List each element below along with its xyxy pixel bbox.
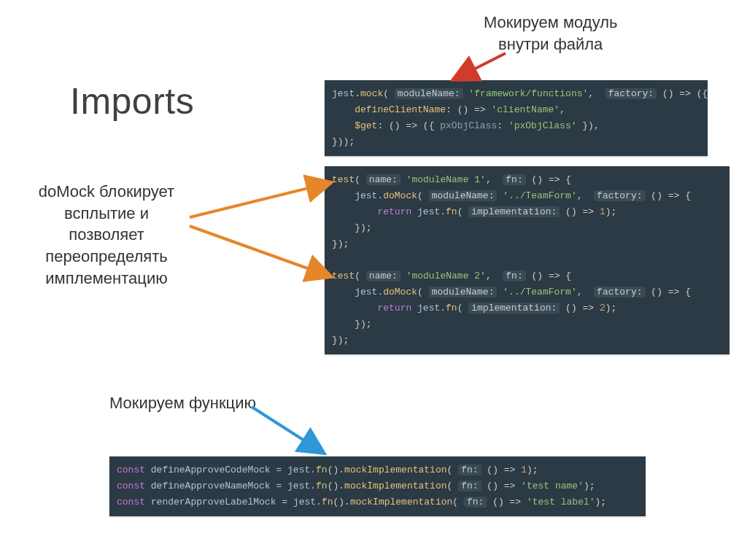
code-token: () => bbox=[560, 303, 600, 314]
code-token: mockImplementation bbox=[344, 464, 446, 475]
code-token: jest. bbox=[332, 287, 383, 298]
code-token: ); bbox=[595, 497, 607, 508]
code-token: (). bbox=[328, 481, 344, 491]
code-token: 'test name' bbox=[521, 481, 584, 491]
code-block-1: jest.mock( moduleName: 'framework/functi… bbox=[325, 80, 708, 156]
code-token: () => bbox=[560, 206, 600, 217]
code-token: fn bbox=[316, 481, 328, 491]
inline-hint: moduleName: bbox=[429, 287, 498, 298]
code-token: mockImplementation bbox=[344, 481, 446, 491]
code-token: fn bbox=[446, 206, 457, 217]
code-token: fn bbox=[322, 497, 333, 508]
code-token: mock bbox=[360, 88, 383, 99]
code-token: 'test label' bbox=[527, 497, 595, 508]
inline-hint: factory: bbox=[594, 190, 645, 201]
inline-hint: factory: bbox=[605, 88, 657, 99]
code-token: : () => bbox=[446, 104, 491, 115]
arrow-icon bbox=[190, 226, 332, 277]
annotation-mock-module: Мокируем модуль внутри файла bbox=[484, 12, 617, 55]
code-token: , bbox=[486, 271, 503, 281]
code-token bbox=[332, 120, 355, 131]
code-token: return bbox=[377, 206, 411, 217]
code-token: (). bbox=[333, 497, 349, 508]
inline-hint: fn: bbox=[464, 497, 487, 508]
code-token: jest bbox=[332, 88, 355, 99]
code-token: ( bbox=[417, 287, 429, 298]
annotation-domock: doMock блокирует всплытие и позволяет пе… bbox=[26, 181, 187, 289]
code-token: 2 bbox=[600, 303, 605, 314]
code-token: test bbox=[332, 174, 355, 185]
code-token bbox=[332, 303, 377, 314]
code-token: }), bbox=[577, 120, 600, 131]
code-token: , bbox=[560, 104, 565, 115]
code-token: }); bbox=[332, 222, 372, 233]
arrow-icon bbox=[190, 182, 332, 217]
code-token: 1 bbox=[521, 464, 527, 475]
code-token: fn bbox=[316, 464, 328, 475]
code-token: jest. bbox=[411, 303, 446, 314]
code-token: ( bbox=[383, 88, 395, 99]
code-token: 'pxObjClass' bbox=[508, 120, 577, 131]
inline-hint: fn: bbox=[458, 464, 481, 475]
code-token: ( bbox=[447, 464, 459, 475]
code-token bbox=[332, 206, 377, 217]
code-token: ( bbox=[417, 190, 429, 201]
code-token: ( bbox=[452, 497, 464, 508]
code-token bbox=[463, 88, 469, 99]
code-token bbox=[400, 174, 406, 185]
code-token: 1 bbox=[600, 206, 605, 217]
code-token: ); bbox=[605, 303, 617, 314]
code-token: ); bbox=[527, 464, 538, 475]
code-token: doMock bbox=[383, 190, 417, 201]
inline-hint: implementation: bbox=[468, 206, 560, 217]
code-token: ); bbox=[605, 206, 617, 217]
code-token: ( bbox=[355, 271, 366, 281]
code-token: , bbox=[486, 174, 503, 185]
code-token: 'moduleName 1' bbox=[406, 174, 486, 185]
code-token bbox=[400, 271, 406, 281]
code-token: ( bbox=[457, 206, 469, 217]
inline-hint: name: bbox=[366, 174, 400, 185]
code-token: $get bbox=[355, 120, 377, 131]
code-token: fn bbox=[446, 303, 457, 314]
code-token bbox=[332, 104, 355, 115]
code-token: pxObjClass bbox=[440, 120, 497, 131]
code-token: doMock bbox=[383, 287, 417, 298]
code-token: }); bbox=[332, 335, 349, 346]
code-token: const bbox=[117, 481, 145, 491]
inline-hint: moduleName: bbox=[429, 190, 498, 201]
code-token: () => { bbox=[646, 190, 691, 201]
code-token: '../TeamForm' bbox=[503, 190, 576, 201]
code-token: renderApproveLabelMock = jest. bbox=[145, 497, 322, 508]
annotation-mock-fn: Мокируем функцию bbox=[109, 392, 256, 414]
code-token: , bbox=[577, 287, 594, 298]
code-token: jest. bbox=[332, 190, 383, 201]
code-token: () => { bbox=[526, 174, 571, 185]
code-token: ( bbox=[447, 481, 459, 491]
code-token: defineApproveCodeMock = jest. bbox=[145, 464, 316, 475]
code-token: () => bbox=[481, 481, 522, 491]
slide-title: Imports bbox=[70, 80, 194, 122]
code-token: , bbox=[588, 88, 605, 99]
code-token: jest. bbox=[411, 206, 446, 217]
code-token: ( bbox=[457, 303, 469, 314]
code-token: (). bbox=[328, 464, 344, 475]
inline-hint: fn: bbox=[503, 174, 525, 185]
annotation-line: Мокируем модуль bbox=[484, 12, 617, 34]
code-token: return bbox=[377, 303, 411, 314]
code-token: , bbox=[577, 190, 594, 201]
code-token: const bbox=[117, 464, 145, 475]
inline-hint: implementation: bbox=[468, 303, 560, 314]
code-token: : () => ({ bbox=[377, 120, 440, 131]
annotation-line: Мокируем функцию bbox=[109, 394, 256, 412]
code-token: }); bbox=[332, 319, 372, 330]
code-token: test bbox=[332, 271, 355, 281]
annotation-line: doMock блокирует bbox=[26, 181, 187, 203]
inline-hint: factory: bbox=[594, 287, 645, 298]
annotation-line: внутри файла bbox=[484, 34, 617, 55]
code-token: '../TeamForm' bbox=[503, 287, 576, 298]
code-token: 'clientName' bbox=[491, 104, 560, 115]
code-token bbox=[332, 254, 338, 265]
arrow-icon bbox=[452, 53, 506, 80]
inline-hint: fn: bbox=[458, 481, 481, 491]
